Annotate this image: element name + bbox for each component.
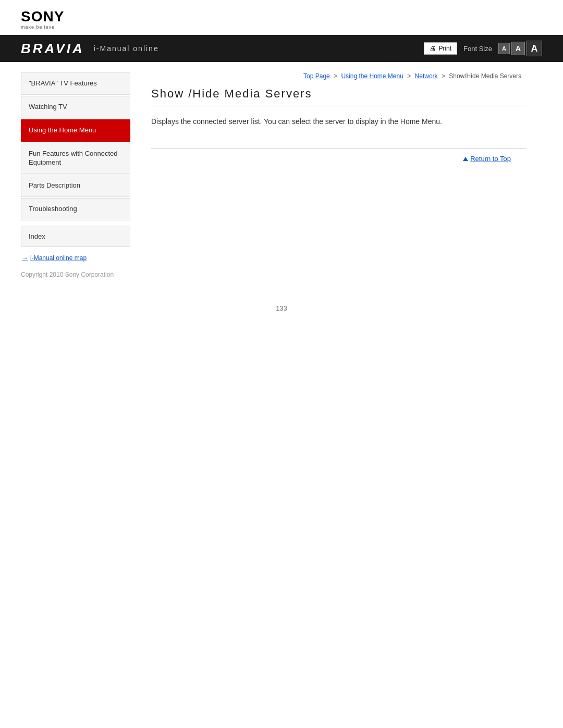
- font-size-controls: A A A: [498, 41, 542, 56]
- logo-area: SONY make.believe: [0, 0, 563, 35]
- main-layout: "BRAVIA" TV Features Watching TV Using t…: [0, 62, 563, 262]
- breadcrumb-current: Show/Hide Media Servers: [449, 72, 521, 80]
- copyright-text: Copyright 2010 Sony Corporation: [21, 271, 114, 278]
- breadcrumb-network[interactable]: Network: [415, 72, 438, 80]
- imanual-label: i-Manual online: [94, 44, 159, 53]
- breadcrumb-sep2: >: [407, 72, 411, 80]
- return-to-top-bar: Return to Top: [151, 148, 527, 169]
- breadcrumb-sep1: >: [334, 72, 337, 80]
- bravia-brand: BRAVIA: [21, 41, 84, 57]
- footer: Copyright 2010 Sony Corporation: [0, 262, 563, 294]
- sidebar-item-fun-features[interactable]: Fun Features with Connected Equipment: [21, 143, 130, 174]
- sony-tagline: make.believe: [21, 24, 55, 30]
- print-icon: 🖨: [430, 45, 436, 52]
- sony-brand: SONY: [21, 9, 64, 24]
- print-label: Print: [438, 45, 451, 52]
- page-title: Show /Hide Media Servers: [151, 87, 527, 106]
- sidebar-item-parts-description[interactable]: Parts Description: [21, 175, 130, 197]
- font-size-label: Font Size: [463, 45, 492, 53]
- arrow-right-icon: →: [22, 254, 28, 262]
- top-bar-controls: 🖨 Print Font Size A A A: [424, 41, 542, 56]
- font-small-button[interactable]: A: [498, 43, 510, 54]
- page-body-text: Displays the connected server list. You …: [151, 116, 527, 127]
- return-to-top-link[interactable]: Return to Top: [463, 155, 511, 163]
- sidebar-item-index[interactable]: Index: [21, 226, 130, 247]
- top-bar: BRAVIA i-Manual online 🖨 Print Font Size…: [0, 35, 563, 62]
- font-large-button[interactable]: A: [527, 41, 542, 56]
- sidebar-item-troubleshooting[interactable]: Troubleshooting: [21, 198, 130, 220]
- breadcrumb-sep3: >: [442, 72, 445, 80]
- breadcrumb-top-page[interactable]: Top Page: [303, 72, 330, 80]
- sidebar-item-using-home-menu[interactable]: Using the Home Menu: [21, 119, 130, 142]
- breadcrumb-using-home-menu[interactable]: Using the Home Menu: [341, 72, 403, 80]
- page-number: 133: [0, 294, 563, 317]
- sidebar-item-bravia-tv-features[interactable]: "BRAVIA" TV Features: [21, 72, 130, 95]
- content-area: Top Page > Using the Home Menu > Network…: [136, 62, 542, 262]
- sidebar-item-watching-tv[interactable]: Watching TV: [21, 96, 130, 118]
- breadcrumb: Top Page > Using the Home Menu > Network…: [151, 72, 527, 80]
- sony-logo: SONY make.believe: [21, 9, 542, 30]
- imanual-map-link[interactable]: →i-Manual online map: [21, 254, 130, 262]
- triangle-up-icon: [463, 157, 468, 161]
- font-medium-button[interactable]: A: [511, 42, 525, 55]
- bravia-logo-bar: BRAVIA i-Manual online: [21, 41, 159, 57]
- print-button[interactable]: 🖨 Print: [424, 42, 457, 55]
- return-to-top-label: Return to Top: [470, 155, 511, 163]
- sidebar: "BRAVIA" TV Features Watching TV Using t…: [21, 62, 136, 262]
